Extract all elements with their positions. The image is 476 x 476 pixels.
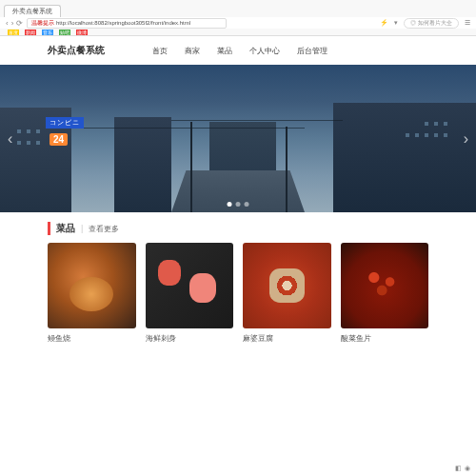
address-bar: ‹ › ⟳ 温馨提示 http://localhost:8082/springb… xyxy=(0,17,476,29)
dishes-section: 菜品 | 查看更多 鳗鱼烧 海鲜刺身 麻婆豆腐 xyxy=(0,212,476,344)
browser-search-input[interactable]: ◎ 如何看片大全 xyxy=(404,18,459,29)
url-input[interactable]: 温馨提示 http://localhost:8082/springboot305… xyxy=(27,18,227,29)
bookmark-item[interactable]: 音乐 xyxy=(42,30,53,35)
bookmark-item[interactable]: 贴吧 xyxy=(59,30,70,35)
forward-icon[interactable]: › xyxy=(11,19,14,28)
url-prefix: 温馨提示 xyxy=(31,20,54,26)
tab-bar: 外卖点餐系统 xyxy=(0,0,476,17)
hero-banner: コンビニ 24 ‹ › xyxy=(0,65,476,212)
bookmark-item[interactable]: 新闻 xyxy=(25,30,36,35)
carousel-dot[interactable] xyxy=(245,202,249,207)
dish-card[interactable]: 酸菜鱼片 xyxy=(341,243,429,344)
nav-link-home[interactable]: 首页 xyxy=(152,46,168,56)
url-text: http://localhost:8082/springboot305f2/fr… xyxy=(56,20,190,26)
section-title: 菜品 xyxy=(48,222,75,235)
dish-image xyxy=(341,243,429,328)
site-navbar: 外卖点餐系统 首页 商家 菜品 个人中心 后台管理 xyxy=(0,36,476,65)
dish-name: 酸菜鱼片 xyxy=(341,333,429,344)
dish-name: 海鲜刺身 xyxy=(146,333,234,344)
tray-icon[interactable]: ◉ xyxy=(465,465,470,472)
dish-image xyxy=(146,243,234,328)
carousel-prev-icon[interactable]: ‹ xyxy=(8,130,12,148)
dish-name: 麻婆豆腐 xyxy=(243,333,331,344)
dish-name: 鳗鱼烧 xyxy=(48,333,136,344)
banner-sign-jp: コンビニ xyxy=(46,117,84,129)
carousel-dot[interactable] xyxy=(228,202,232,207)
banner-sign-24: 24 xyxy=(50,133,68,146)
nav-link-dishes[interactable]: 菜品 xyxy=(217,46,232,56)
back-icon[interactable]: ‹ xyxy=(6,19,9,28)
dish-image xyxy=(243,243,331,328)
dish-card[interactable]: 麻婆豆腐 xyxy=(243,243,331,344)
menu-icon[interactable]: ☰ xyxy=(465,19,470,27)
nav-link-admin[interactable]: 后台管理 xyxy=(297,46,327,56)
dish-image xyxy=(48,243,136,328)
flash-icon[interactable]: ⚡ xyxy=(380,19,388,27)
browser-chrome: 外卖点餐系统 ‹ › ⟳ 温馨提示 http://localhost:8082/… xyxy=(0,0,476,36)
dish-card[interactable]: 海鲜刺身 xyxy=(146,243,234,344)
view-more-link[interactable]: 查看更多 xyxy=(89,224,119,234)
os-tray: ◧ ◉ xyxy=(455,465,470,472)
bookmark-item[interactable]: 微博 xyxy=(76,30,88,35)
carousel-dot[interactable] xyxy=(236,202,241,207)
carousel-next-icon[interactable]: › xyxy=(464,130,468,148)
carousel-dots xyxy=(228,202,249,207)
nav-link-profile[interactable]: 个人中心 xyxy=(249,46,280,56)
brand-title[interactable]: 外卖点餐系统 xyxy=(48,44,105,57)
dish-card[interactable]: 鳗鱼烧 xyxy=(48,243,136,344)
nav-link-merchants[interactable]: 商家 xyxy=(185,46,200,56)
tray-icon[interactable]: ◧ xyxy=(455,465,462,472)
bookmark-item[interactable]: 百度 xyxy=(8,30,19,35)
browser-tab[interactable]: 外卖点餐系统 xyxy=(4,5,61,17)
bookmarks-bar: 百度 新闻 音乐 贴吧 微博 xyxy=(0,29,476,36)
dropdown-icon[interactable]: ▾ xyxy=(394,19,398,27)
reload-icon[interactable]: ⟳ xyxy=(16,19,23,28)
